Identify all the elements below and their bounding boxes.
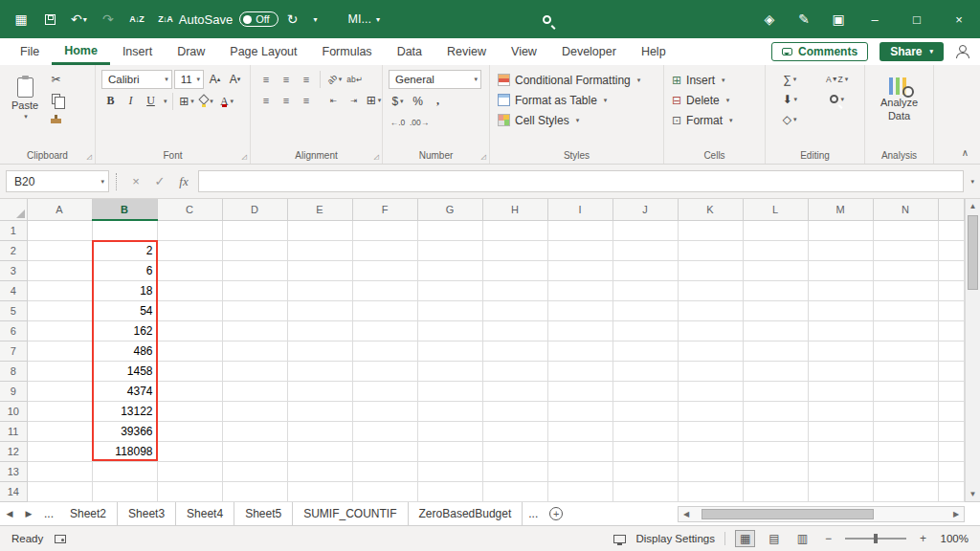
- cell-D1[interactable]: [222, 220, 287, 240]
- tab-page-layout[interactable]: Page Layout: [217, 38, 309, 65]
- cell-A7[interactable]: [27, 341, 92, 361]
- cell-J4[interactable]: [612, 280, 678, 300]
- cell-C9[interactable]: [157, 381, 222, 401]
- cell-B11[interactable]: 39366: [92, 421, 157, 441]
- row-header-12[interactable]: 12: [0, 441, 27, 461]
- cell-A11[interactable]: [27, 421, 92, 441]
- cell-C14[interactable]: [157, 481, 222, 501]
- column-header-partial[interactable]: [938, 199, 965, 220]
- column-header-B[interactable]: B: [92, 199, 157, 220]
- cell-C10[interactable]: [157, 401, 222, 421]
- cell-partial-14[interactable]: [938, 481, 965, 501]
- cell-F5[interactable]: [352, 300, 417, 320]
- cell-F12[interactable]: [352, 441, 417, 461]
- workbook-title-menu[interactable]: MI... ▾: [348, 12, 380, 26]
- align-top-icon[interactable]: ≡: [256, 70, 275, 88]
- copy-icon[interactable]: [47, 90, 65, 108]
- column-header-K[interactable]: K: [678, 199, 743, 220]
- cell-H1[interactable]: [482, 220, 547, 240]
- column-header-H[interactable]: H: [482, 199, 547, 220]
- sync-icon[interactable]: ↻: [285, 11, 301, 28]
- zoom-slider-thumb[interactable]: [874, 534, 878, 543]
- horizontal-scrollbar[interactable]: ◀ ▶: [678, 506, 965, 522]
- fill-color-icon[interactable]: ▾: [198, 92, 216, 110]
- cell-partial-13[interactable]: [938, 461, 965, 481]
- cell-F1[interactable]: [352, 220, 417, 240]
- cell-M11[interactable]: [808, 421, 873, 441]
- cell-F7[interactable]: [352, 341, 417, 361]
- cell-N10[interactable]: [873, 401, 938, 421]
- cell-I3[interactable]: [547, 260, 612, 280]
- sheet-overflow-right[interactable]: ...: [523, 502, 544, 525]
- cell-G9[interactable]: [417, 381, 482, 401]
- cell-B6[interactable]: 162: [92, 320, 157, 341]
- name-box[interactable]: B20 ▾: [6, 170, 109, 192]
- cell-G7[interactable]: [417, 341, 482, 361]
- expand-formula-bar-icon[interactable]: ▾: [970, 178, 974, 186]
- cell-C1[interactable]: [157, 220, 222, 240]
- sheet-tab-zerobasedbudget[interactable]: ZeroBasedBudget: [409, 502, 523, 525]
- cell-F9[interactable]: [352, 381, 417, 401]
- cell-J10[interactable]: [612, 401, 678, 421]
- cell-partial-4[interactable]: [938, 280, 965, 300]
- cell-M8[interactable]: [808, 361, 873, 381]
- cell-H6[interactable]: [482, 320, 547, 341]
- cell-K1[interactable]: [678, 220, 743, 240]
- bold-button[interactable]: B: [101, 92, 120, 110]
- row-header-11[interactable]: 11: [0, 421, 27, 441]
- cell-I9[interactable]: [547, 381, 612, 401]
- cell-M2[interactable]: [808, 240, 873, 260]
- cell-G2[interactable]: [417, 240, 482, 260]
- cell-L9[interactable]: [743, 381, 808, 401]
- cell-F14[interactable]: [352, 481, 417, 501]
- cell-J7[interactable]: [612, 341, 678, 361]
- cell-partial-8[interactable]: [938, 361, 965, 381]
- row-header-8[interactable]: 8: [0, 361, 27, 381]
- cell-partial-7[interactable]: [938, 341, 965, 361]
- normal-view-icon[interactable]: ▦: [735, 530, 755, 547]
- cell-M10[interactable]: [808, 401, 873, 421]
- cell-L10[interactable]: [743, 401, 808, 421]
- sheet-nav-right-icon[interactable]: ▶: [19, 502, 38, 525]
- cell-I8[interactable]: [547, 361, 612, 381]
- cell-E6[interactable]: [287, 320, 352, 341]
- cell-L6[interactable]: [743, 320, 808, 341]
- cell-B2[interactable]: 2: [92, 240, 157, 260]
- cell-H12[interactable]: [482, 441, 547, 461]
- cell-partial-1[interactable]: [938, 220, 965, 240]
- cell-D5[interactable]: [222, 300, 287, 320]
- cell-M4[interactable]: [808, 280, 873, 300]
- cell-N13[interactable]: [873, 461, 938, 481]
- window-layout-icon[interactable]: ▣: [831, 11, 846, 28]
- cell-A10[interactable]: [27, 401, 92, 421]
- cell-A13[interactable]: [27, 461, 92, 481]
- cell-L1[interactable]: [743, 220, 808, 240]
- align-left-icon[interactable]: ≡: [256, 91, 275, 109]
- sheet-tab-sheet2[interactable]: Sheet2: [59, 502, 118, 525]
- cell-N8[interactable]: [873, 361, 938, 381]
- cell-F11[interactable]: [352, 421, 417, 441]
- cell-H4[interactable]: [482, 280, 547, 300]
- underline-button[interactable]: U: [142, 92, 160, 110]
- cell-F13[interactable]: [352, 461, 417, 481]
- cell-K3[interactable]: [678, 260, 743, 280]
- cell-G6[interactable]: [417, 320, 482, 341]
- cell-N14[interactable]: [873, 481, 938, 501]
- cell-B10[interactable]: 13122: [92, 401, 157, 421]
- cell-N6[interactable]: [873, 320, 938, 341]
- tab-formulas[interactable]: Formulas: [310, 38, 385, 65]
- select-all-corner[interactable]: [0, 199, 27, 220]
- paste-button[interactable]: Paste ▾: [6, 70, 44, 128]
- cell-partial-2[interactable]: [938, 240, 965, 260]
- increase-decimal-icon[interactable]: ←.0: [389, 113, 407, 131]
- insert-cells-button[interactable]: ⊞ Insert ▾: [670, 70, 759, 90]
- alignment-dialog-launcher[interactable]: ◿: [374, 153, 379, 161]
- cell-G13[interactable]: [417, 461, 482, 481]
- cell-G4[interactable]: [417, 280, 482, 300]
- cell-D7[interactable]: [222, 341, 287, 361]
- new-sheet-button[interactable]: +: [544, 502, 568, 525]
- tab-review[interactable]: Review: [434, 38, 499, 65]
- column-header-D[interactable]: D: [222, 199, 287, 220]
- cell-G1[interactable]: [417, 220, 482, 240]
- cell-C3[interactable]: [157, 260, 222, 280]
